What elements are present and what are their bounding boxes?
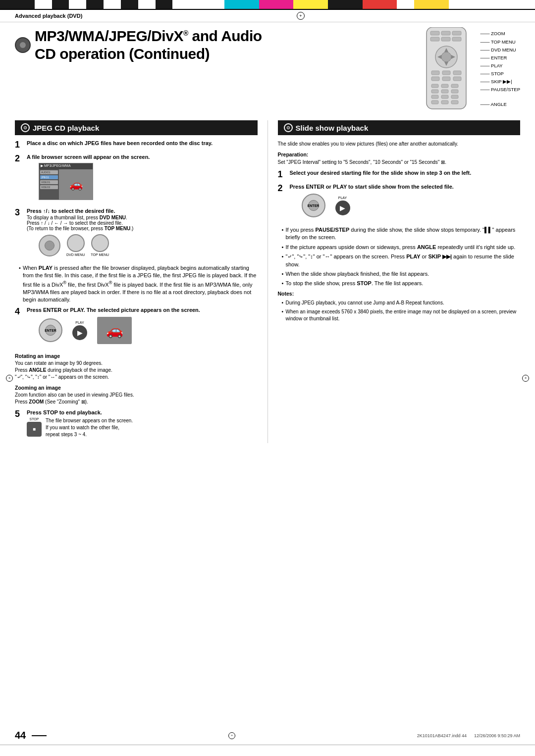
step1-content: Place a disc on which JPEG files have be… (27, 140, 258, 146)
note-1: During JPEG playback, you cannot use Jum… (282, 300, 521, 306)
step5-text: The file browser appears on the screen. … (46, 417, 133, 438)
svg-point-8 (441, 52, 451, 62)
prep-label: Preparation: (278, 151, 521, 157)
slide-step1-content: Select your desired starting file for th… (290, 170, 521, 176)
step5-content: Press STOP to end playback. STOP ■ The f… (27, 409, 258, 438)
slide-enter-inner: ENTER (308, 200, 319, 211)
svg-rect-20 (441, 84, 448, 88)
jpeg-step1: 1 Place a disc on which JPEG files have … (15, 140, 258, 149)
slide-bullet-5: To stop the slide show, press STOP. The … (282, 280, 521, 287)
svg-rect-23 (441, 90, 448, 93)
slide-bullet-list: If you press PAUSE/STEP during the slide… (282, 226, 521, 288)
note-2: When an image exceeds 5760 x 3840 pixels… (282, 308, 521, 322)
enter-play-row: ENTER PLAY ▶ 🚗 (39, 317, 258, 344)
zooming-title: Zooming an image (15, 385, 258, 391)
slide-bullet-3: "⤶", "⤷", "↕" or "↔" appears on the scre… (282, 253, 521, 268)
play-button: ▶ (72, 325, 87, 340)
svg-rect-21 (451, 84, 458, 88)
step5-num: 5 (15, 409, 23, 418)
svg-rect-2 (441, 31, 450, 35)
reg-mark-left: + (6, 375, 13, 382)
jpeg-step3: 3 Press ↑/↓ to select the desired file. … (15, 208, 258, 259)
jpeg-section: ⊙ JPEG CD playback 1 Place a disc on whi… (15, 120, 258, 443)
rotating-title: Rotating an image (15, 353, 258, 359)
prep-content: Set "JPEG Interval" setting to "5 Second… (278, 159, 521, 166)
step3-detail: To display a thumbnail list, press DVD M… (27, 215, 258, 231)
svg-rect-30 (451, 101, 458, 104)
svg-rect-29 (441, 101, 448, 104)
step3-content: Press ↑/↓ to select the desired file. To… (27, 208, 258, 259)
top-menu-label: TOP MENU (91, 253, 109, 256)
remote-svg (417, 27, 476, 111)
play-btn-group: PLAY ▶ (72, 321, 87, 340)
slide-step2-num: 2 (278, 184, 286, 193)
svg-rect-25 (431, 95, 438, 99)
screen-file-4: VIDEO2 (40, 185, 58, 189)
footer-left: 44 (15, 730, 47, 741)
nav-circle-btn (39, 235, 60, 256)
step2-num: 2 (15, 154, 23, 163)
dvd-menu-btn: DVD MENU (66, 234, 85, 256)
svg-rect-15 (453, 71, 461, 75)
svg-rect-17 (442, 77, 450, 81)
slide-play-button: ▶ (335, 201, 350, 215)
svg-rect-1 (430, 31, 439, 35)
footer-right: 2K10101AB4247.indd 44 12/26/2006 9:50:29… (417, 733, 520, 738)
page-title: MP3/WMA/JPEG/DivX® and Audio CD operatio… (35, 27, 262, 63)
screen-file-3: VIDEO1 (40, 180, 58, 184)
notes-label: Notes: (278, 291, 521, 297)
slide-play-btn-group: PLAY ▶ (335, 196, 350, 215)
color-bar (0, 0, 535, 9)
top-menu-btn: TOP MENU (91, 234, 109, 256)
reg-mark-right: + (522, 375, 529, 382)
notes-list: During JPEG playback, you cannot use Jum… (282, 300, 521, 322)
dvd-menu-circle (67, 234, 85, 252)
enter-button: ENTER (39, 318, 62, 342)
header-bar: Advanced playback (DVD) + (0, 10, 535, 22)
title-text: MP3/WMA/JPEG/DivX® and Audio CD operatio… (15, 27, 262, 65)
svg-rect-28 (431, 101, 438, 104)
footer-center: + (228, 732, 235, 739)
stop-btn-group: STOP ■ (27, 417, 42, 437)
jpeg-step2: 2 A file browser screen will appear on t… (15, 154, 258, 203)
slide-bullet-1: If you press PAUSE/STEP during the slide… (282, 226, 521, 242)
jpeg-step4: 4 Press ENTER or PLAY. The selected pict… (15, 307, 258, 348)
step4-num: 4 (15, 307, 23, 316)
rotating-body: You can rotate an image by 90 degrees. P… (15, 360, 258, 381)
zooming-body: Zoom function also can be used in viewin… (15, 392, 258, 405)
svg-rect-3 (452, 31, 461, 35)
step3-bold: Press ↑/↓ to select the desired file. (27, 208, 115, 214)
main-content: MP3/WMA/JPEG/DivX® and Audio CD operatio… (0, 22, 535, 453)
svg-rect-22 (431, 90, 438, 93)
slide-bullet-2: If the picture appears upside down or si… (282, 244, 521, 251)
svg-rect-24 (451, 90, 458, 93)
jpeg-step5: 5 Press STOP to end playback. STOP ■ The… (15, 409, 258, 438)
rotating-section: Rotating an image You can rotate an imag… (15, 353, 258, 381)
slide-intro: The slide show enables you to view pictu… (278, 140, 521, 148)
svg-rect-27 (451, 95, 458, 99)
svg-rect-5 (441, 37, 450, 41)
slide-step1: 1 Select your desired starting file for … (278, 170, 521, 179)
screen-file-2: JPEG1 (40, 175, 58, 179)
svg-rect-14 (442, 71, 450, 75)
slide-step2-content: Press ENTER or PLAY to start slide show … (290, 184, 521, 221)
slide-bullet-4: When the slide show playback finished, t… (282, 270, 521, 278)
step4-content: Press ENTER or PLAY. The selected pictur… (27, 307, 258, 348)
svg-rect-6 (452, 37, 461, 41)
slide-enter-btn-group: ENTER (302, 194, 325, 217)
slide-icon: ⊙ (284, 123, 293, 132)
slide-step1-num: 1 (278, 170, 286, 179)
car-preview: 🚗 (97, 317, 132, 344)
jpeg-section-header: ⊙ JPEG CD playback (15, 120, 258, 135)
step3-num: 3 (15, 208, 23, 217)
svg-rect-26 (441, 95, 448, 99)
header-right (519, 13, 520, 18)
nav-inner (45, 241, 54, 251)
reg-mark-bottom: + (228, 732, 235, 739)
play-label-top: PLAY (75, 321, 84, 324)
title-section: MP3/WMA/JPEG/DivX® and Audio CD operatio… (15, 27, 520, 111)
stop-button: ■ (27, 422, 42, 437)
dvd-menu-label: DVD MENU (66, 253, 85, 256)
slide-enter-play-row: ENTER PLAY ▶ (302, 194, 521, 217)
section-label: Advanced playback (DVD) (15, 13, 82, 19)
